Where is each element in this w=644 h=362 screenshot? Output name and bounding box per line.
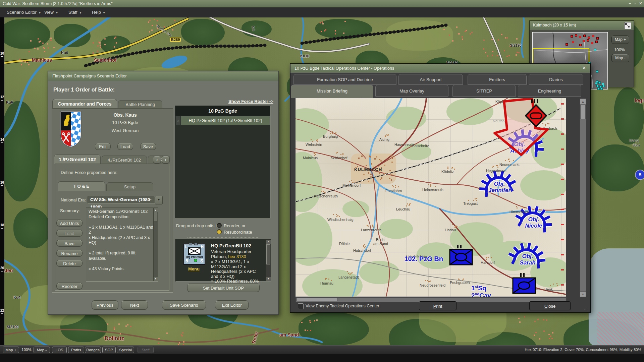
expand-icon[interactable] — [624, 22, 631, 29]
map-row-tick — [1, 100, 3, 101]
set-default-sop-button[interactable]: Set Default Unit SOP — [187, 283, 260, 292]
tab-engineering[interactable]: Engineering — [518, 85, 581, 97]
tab-sitrep[interactable]: SITREP — [452, 85, 516, 97]
summary-scroll-thumb[interactable] — [154, 213, 157, 221]
tab-commander-and-forces[interactable]: Commander and Forces — [52, 99, 117, 108]
menu-staff[interactable]: Staff▼ — [66, 7, 84, 17]
status-paths-button[interactable]: Paths — [68, 347, 84, 353]
map-row-coordinate: 12 — [0, 95, 4, 99]
town-building — [492, 51, 493, 52]
town-building — [491, 39, 493, 40]
friendly-unit-dot — [595, 82, 597, 84]
exit-editor-button[interactable]: Exit Editor — [215, 300, 249, 310]
summary-scroll-up[interactable]: ▲ — [154, 208, 158, 212]
show-force-roster-link[interactable]: Show Force Roster -> — [228, 99, 273, 104]
status-ranges-button[interactable]: Ranges — [85, 347, 101, 353]
radio-resubordinate[interactable] — [217, 229, 222, 234]
toc-dialog-title: 10 PzG Bgde Tactical Operations Center -… — [290, 64, 590, 73]
map-label: B289 — [170, 37, 181, 42]
load-button[interactable]: Load — [56, 230, 83, 237]
unit-scroll-thumb[interactable] — [266, 244, 270, 264]
menu-scenario-editor[interactable]: Scenario Editor▼ — [5, 7, 43, 17]
radio-reorder[interactable] — [217, 223, 222, 228]
view-enemy-toc-checkbox[interactable] — [298, 303, 304, 309]
tree-expander-icon[interactable]: › — [176, 116, 180, 125]
status-special-button[interactable]: Special — [117, 347, 134, 353]
maximize-icon[interactable]: ▫ — [633, 0, 638, 7]
briefing-map[interactable]: KULMBACHWehrsteinBurghaigMainleusSeidenh… — [296, 98, 566, 297]
map-row-coordinate: 14 — [0, 138, 4, 141]
town-building — [183, 341, 184, 343]
town-building — [44, 51, 45, 52]
previous-button[interactable]: Previous — [92, 300, 118, 310]
town-building — [38, 38, 39, 40]
map-vscrollbar[interactable]: ▲ ▼ — [580, 98, 586, 297]
status-los-button[interactable]: LOS — [52, 347, 67, 353]
tab-force-4[interactable]: 4./PzGrenBtl 102 — [102, 156, 147, 164]
status-sop-button[interactable]: SOP — [102, 347, 116, 353]
tab-air-support[interactable]: Air Support — [398, 74, 463, 85]
minimap-zoom-out-button[interactable]: Map - — [611, 54, 629, 62]
unit-scroll-up[interactable]: ▲ — [266, 240, 271, 244]
town-building — [34, 48, 36, 49]
tab-force-1[interactable]: 1./PzGrenBtl 102 — [54, 155, 101, 164]
tab-emitters[interactable]: Emitters — [468, 74, 527, 85]
map-scroll-down[interactable]: ▼ — [580, 291, 586, 297]
minimap-zoom-in-button[interactable]: Map + — [611, 36, 629, 44]
statusbar: Hex 0710: Elevation 2, Cover 70%, Concea… — [0, 345, 644, 354]
unit-scroll-down[interactable]: ▼ — [266, 277, 271, 281]
tab-map-overlay[interactable]: Map Overlay — [375, 85, 448, 97]
tree-item-hq[interactable]: HQ PzGrenBtl 102 (1./PzGrenBtl 102) — [181, 116, 270, 125]
unit-counter[interactable]: L H HQ PzGrenB 5 S — [183, 244, 205, 265]
radio-reorder-label[interactable]: Reorder, or — [224, 223, 246, 228]
close-window-icon[interactable]: ✕ — [638, 0, 643, 7]
delete-button[interactable]: Delete — [56, 260, 83, 267]
view-enemy-toc-label[interactable]: View Enemy Tactical Operations Center — [306, 304, 379, 308]
unit-menu-link[interactable]: Menu — [188, 266, 200, 272]
national-era-select[interactable]: CW 80s West-German (1980-1989) — [88, 196, 155, 204]
map-scroll-up[interactable]: ▲ — [580, 99, 586, 104]
map-vthumb[interactable] — [580, 105, 586, 119]
enemy-unit-dot — [591, 42, 593, 44]
next-button[interactable]: Next — [121, 300, 148, 310]
friendly-unit-dot — [594, 49, 596, 51]
menu-view[interactable]: View▼ — [42, 7, 60, 17]
close-icon[interactable]: ✕ — [582, 65, 586, 70]
town-building — [157, 20, 158, 21]
close-button[interactable]: Close — [529, 301, 571, 310]
resize-grip[interactable]: ⋰ — [584, 306, 588, 310]
tab-toe[interactable]: T O & E — [58, 181, 105, 191]
edit-commander-button[interactable]: Edit — [95, 143, 111, 150]
save-button[interactable]: Save — [56, 240, 83, 247]
print-button[interactable]: Print — [419, 301, 457, 310]
map-hthumb[interactable] — [297, 298, 337, 301]
load-commander-button[interactable]: Load — [117, 143, 133, 150]
tab-scroll-right-button[interactable]: › — [162, 156, 170, 164]
summary-box[interactable]: West-German 1./PzGrenBtl 102 Detailed Co… — [86, 207, 158, 282]
town-building — [504, 50, 505, 51]
tab-diaries[interactable]: Diaries — [529, 74, 583, 85]
tab-battle-planning[interactable]: Battle Planning — [118, 100, 162, 108]
add-units-button[interactable]: Add Units — [56, 220, 83, 227]
tab-setup[interactable]: Setup — [106, 182, 153, 191]
rename-button[interactable]: Rename — [56, 250, 83, 257]
reorder-button[interactable]: Reorder — [56, 283, 83, 290]
divider — [187, 237, 258, 238]
chevron-down-icon: ▼ — [38, 11, 41, 14]
menu-help[interactable]: Help▼ — [90, 7, 108, 17]
force-tree-panel[interactable]: 10 PzG Bgde › HQ PzGrenBtl 102 (1./PzGre… — [175, 106, 271, 218]
status-map-button[interactable]: Map - — [34, 347, 50, 353]
summary-scroll-down[interactable]: ▼ — [154, 277, 158, 281]
status-staff-button[interactable]: Staff — [138, 347, 154, 353]
save-scenario-button[interactable]: Save Scenario — [162, 300, 206, 310]
toc-dialog: 10 PzG Bgde Tactical Operations Center -… — [290, 64, 590, 312]
minimize-icon[interactable]: – — [627, 0, 633, 7]
town-building — [508, 55, 510, 56]
tab-mission-briefing[interactable]: Mission Briefing — [291, 85, 373, 98]
save-commander-button[interactable]: Save — [140, 143, 156, 150]
radio-resubordinate-label[interactable]: Resubordinate — [224, 230, 252, 235]
status-map-button[interactable]: Map + — [3, 347, 19, 353]
tab-formation-sop-and-doctrine[interactable]: Formation SOP and Doctrine — [293, 74, 396, 85]
tab-scroll-left-button[interactable]: ‹ — [153, 156, 161, 164]
era-dropdown-arrow[interactable]: ▼ — [155, 196, 163, 204]
